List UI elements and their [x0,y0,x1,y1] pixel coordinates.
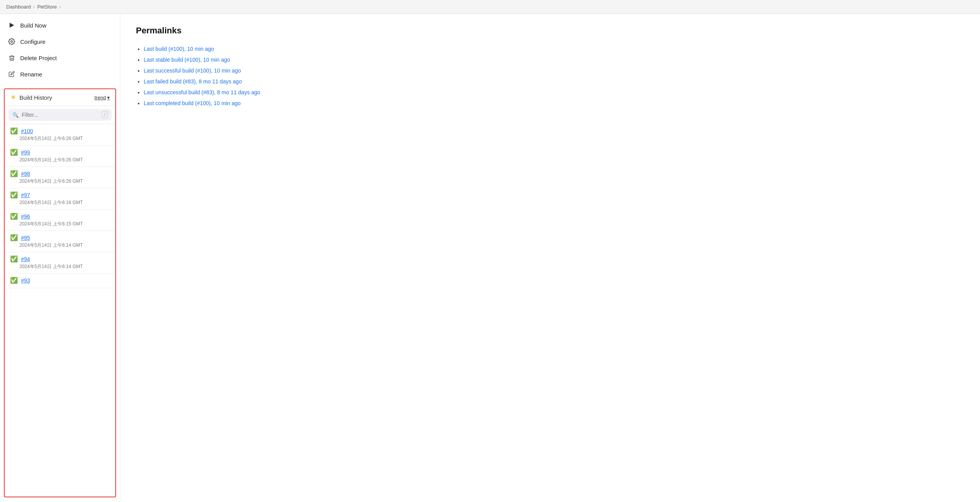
sidebar-item-rename[interactable]: Rename [0,66,120,82]
build-link-96[interactable]: #96 [21,213,30,220]
permalinks-list: Last build (#100), 10 min ago Last stabl… [136,43,964,109]
configure-label: Configure [20,38,45,45]
permalink-last-failed[interactable]: Last failed build (#83), 8 mo 11 days ag… [144,78,242,85]
build-link-99[interactable]: #99 [21,149,30,156]
play-icon [8,21,16,29]
trash-icon [8,54,16,62]
breadcrumb-petstore[interactable]: PetStore [37,4,57,10]
build-item-100[interactable]: ✅ #100 2024年5月14日 上午6:26 GMT [5,124,115,145]
success-icon-96: ✅ [10,213,18,220]
breadcrumb-sep-2: › [59,4,61,10]
build-item-95[interactable]: ✅ #95 2024年5月14日 上午6:14 GMT [5,231,115,252]
sun-icon: ☀ [10,93,16,102]
trend-label: trend [94,95,106,100]
content-area: Permalinks Last build (#100), 10 min ago… [120,14,980,500]
list-item: Last build (#100), 10 min ago [144,43,964,54]
delete-project-label: Delete Project [20,55,57,61]
sidebar-item-delete[interactable]: Delete Project [0,50,120,66]
build-now-label: Build Now [20,22,47,29]
build-list: ✅ #100 2024年5月14日 上午6:26 GMT ✅ #99 2024年… [5,124,115,497]
build-history-section: ☀ Build History trend ▾ 🔍 / [4,88,116,497]
filter-shortcut: / [102,111,108,118]
main-layout: Build Now Configure [0,14,980,500]
build-link-94[interactable]: #94 [21,256,30,262]
permalink-last-unsuccessful[interactable]: Last unsuccessful build (#83), 8 mo 11 d… [144,89,260,95]
gear-icon [8,38,16,45]
permalink-last-successful[interactable]: Last successful build (#100), 10 min ago [144,68,241,74]
success-icon-99: ✅ [10,149,18,156]
breadcrumb: Dashboard › PetStore › [0,0,980,14]
page-title: Permalinks [136,26,964,36]
filter-container: 🔍 / [5,106,115,124]
list-item: Last unsuccessful build (#83), 8 mo 11 d… [144,87,964,98]
breadcrumb-dashboard[interactable]: Dashboard [6,4,31,10]
svg-marker-0 [10,23,14,28]
build-item-99[interactable]: ✅ #99 2024年5月14日 上午6:26 GMT [5,145,115,167]
search-icon: 🔍 [12,112,19,118]
sidebar-item-configure[interactable]: Configure [0,33,120,50]
list-item: Last completed build (#100), 10 min ago [144,98,964,109]
breadcrumb-sep-1: › [33,4,35,10]
build-date-100: 2024年5月14日 上午6:26 GMT [10,135,110,142]
build-date-96: 2024年5月14日 上午6:15 GMT [10,221,110,227]
build-link-98[interactable]: #98 [21,171,30,177]
success-icon-94: ✅ [10,255,18,263]
build-date-95: 2024年5月14日 上午6:14 GMT [10,242,110,249]
build-date-99: 2024年5月14日 上午6:26 GMT [10,157,110,163]
build-date-94: 2024年5月14日 上午6:14 GMT [10,263,110,270]
build-item-97[interactable]: ✅ #97 2024年5月14日 上午6:16 GMT [5,188,115,209]
list-item: Last successful build (#100), 10 min ago [144,65,964,76]
sidebar-menu: Build Now Configure [0,14,120,85]
permalink-last-stable[interactable]: Last stable build (#100), 10 min ago [144,57,230,63]
svg-point-1 [11,41,13,43]
filter-input-wrapper: 🔍 / [9,109,111,121]
build-link-95[interactable]: #95 [21,235,30,241]
trend-button[interactable]: trend ▾ [94,95,110,100]
success-icon-93: ✅ [10,277,18,284]
build-link-97[interactable]: #97 [21,192,30,198]
build-link-93[interactable]: #93 [21,277,30,284]
list-item: Last stable build (#100), 10 min ago [144,54,964,65]
build-date-97: 2024年5月14日 上午6:16 GMT [10,199,110,206]
permalink-last-completed[interactable]: Last completed build (#100), 10 min ago [144,100,241,106]
build-date-98: 2024年5月14日 上午6:26 GMT [10,178,110,185]
success-icon-100: ✅ [10,127,18,135]
build-item-96[interactable]: ✅ #96 2024年5月14日 上午6:15 GMT [5,209,115,231]
build-item-94[interactable]: ✅ #94 2024年5月14日 上午6:14 GMT [5,252,115,274]
chevron-down-icon: ▾ [107,95,110,100]
sidebar-item-build-now[interactable]: Build Now [0,17,120,33]
build-item-98[interactable]: ✅ #98 2024年5月14日 上午6:26 GMT [5,167,115,188]
filter-input[interactable] [22,112,99,118]
sidebar: Build Now Configure [0,14,120,500]
build-history-header: ☀ Build History trend ▾ [5,89,115,106]
permalink-last-build[interactable]: Last build (#100), 10 min ago [144,46,214,52]
rename-label: Rename [20,71,42,78]
list-item: Last failed build (#83), 8 mo 11 days ag… [144,76,964,87]
build-history-title: Build History [19,94,91,101]
pencil-icon [8,70,16,78]
success-icon-98: ✅ [10,170,18,177]
success-icon-95: ✅ [10,234,18,241]
success-icon-97: ✅ [10,191,18,199]
build-item-93[interactable]: ✅ #93 [5,274,115,288]
build-link-100[interactable]: #100 [21,128,33,134]
